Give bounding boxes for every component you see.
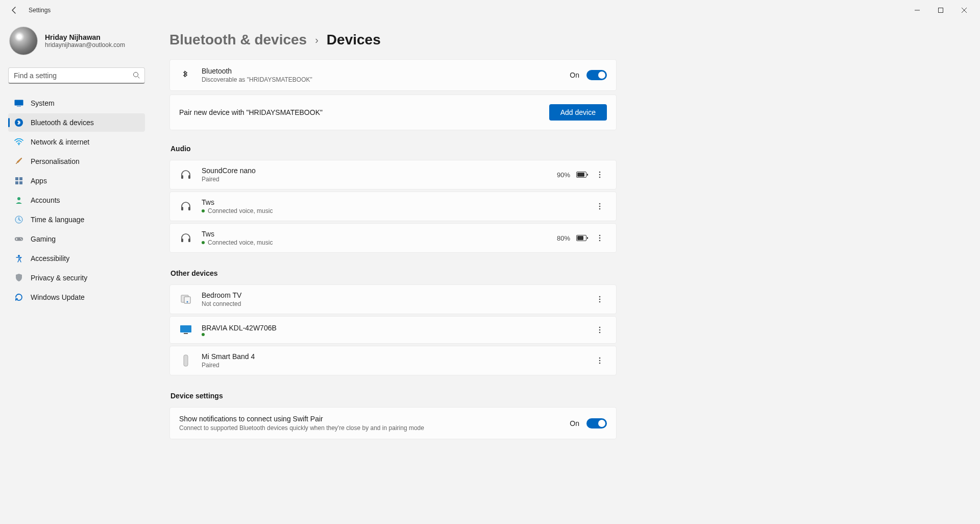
other-device-row[interactable]: Bedroom TV Not connected [169,284,617,314]
device-more-button[interactable] [593,323,607,337]
section-settings: Device settings [170,392,617,400]
device-more-button[interactable] [593,168,607,182]
time-icon [14,215,23,224]
device-name: Mi Smart Band 4 [202,352,255,361]
audio-device-row[interactable]: Tws Connected voice, music 80% [169,223,617,253]
svg-point-30 [599,240,601,242]
svg-point-41 [599,332,601,334]
window-controls [905,2,976,18]
device-status: Connected voice, music [208,239,273,246]
sidebar-item-account[interactable]: Accounts [8,191,145,209]
bluetooth-icon [179,70,191,80]
breadcrumb-current: Devices [327,32,381,48]
sidebar-item-label: Personalisation [31,157,80,165]
back-button[interactable] [6,2,22,18]
sidebar-item-label: Privacy & security [31,274,87,282]
headphones-icon [179,168,192,181]
breadcrumb: Bluetooth & devices › Devices [169,32,980,48]
close-button[interactable] [952,2,976,18]
sidebar-item-system[interactable]: System [8,94,145,112]
svg-rect-21 [181,207,183,210]
battery-percent: 90% [557,171,570,179]
sidebar-item-time[interactable]: Time & language [8,210,145,229]
search-icon [133,72,140,81]
sidebar: Hriday Nijhawan hridaynijhawan@outlook.c… [0,20,153,524]
sidebar-item-privacy[interactable]: Privacy & security [8,269,145,287]
avatar [9,27,38,55]
bluetooth-toggle[interactable] [586,70,607,80]
sidebar-item-label: Bluetooth & devices [31,118,94,127]
svg-rect-9 [19,181,22,184]
svg-point-40 [599,329,601,331]
svg-point-23 [599,203,601,205]
device-more-button[interactable] [593,199,607,213]
device-icon [179,293,192,306]
minimize-button[interactable] [905,2,929,18]
sidebar-item-wifi[interactable]: Network & internet [8,133,145,151]
device-status: Paired [202,176,256,183]
svg-point-44 [599,360,601,362]
battery-icon [576,172,586,178]
headphones-icon [179,231,192,245]
breadcrumb-parent[interactable]: Bluetooth & devices [169,32,307,48]
audio-device-row[interactable]: SoundCore nano Paired 90% [169,160,617,189]
sidebar-item-label: Gaming [31,235,56,243]
svg-point-20 [599,177,601,178]
sidebar-item-apps[interactable]: Apps [8,172,145,190]
svg-point-35 [599,299,601,300]
chevron-right-icon: › [315,34,318,46]
bluetooth-toggle-label: On [570,71,579,79]
svg-point-13 [20,238,21,239]
sidebar-item-label: Accessibility [31,254,69,263]
app-title: Settings [29,7,51,14]
device-more-button[interactable] [593,231,607,245]
svg-point-5 [18,144,19,145]
device-name: Bedroom TV [202,291,241,299]
sidebar-item-label: System [31,99,55,107]
device-more-button[interactable] [593,353,607,368]
brush-icon [14,157,23,166]
battery-icon [576,235,586,241]
privacy-icon [14,273,23,282]
search-input[interactable] [8,67,145,84]
section-other: Other devices [170,269,617,277]
account-icon [14,196,23,205]
svg-point-34 [599,296,601,298]
swift-title: Show notifications to connect using Swif… [179,415,424,423]
main: Bluetooth & devices › Devices Bluetooth … [153,20,980,524]
add-device-button[interactable]: Add device [549,104,607,121]
svg-rect-38 [184,333,188,334]
svg-point-14 [21,239,22,240]
sidebar-item-update[interactable]: Windows Update [8,288,145,306]
bluetooth-icon [14,118,23,127]
monitor-icon [179,323,192,337]
other-device-row[interactable]: Mi Smart Band 4 Paired [169,346,617,375]
gaming-icon [14,234,23,244]
svg-point-10 [17,197,20,200]
svg-rect-3 [17,106,21,107]
maximize-button[interactable] [929,2,952,18]
sidebar-item-gaming[interactable]: Gaming [8,230,145,248]
swift-toggle-label: On [570,419,579,427]
profile-block[interactable]: Hriday Nijhawan hridaynijhawan@outlook.c… [8,25,145,67]
audio-device-row[interactable]: Tws Connected voice, music [169,192,617,221]
connected-dot-icon [202,209,205,212]
device-more-button[interactable] [593,292,607,306]
svg-point-24 [599,206,601,207]
swift-toggle[interactable] [586,418,607,428]
sidebar-item-label: Accounts [31,196,60,204]
sidebar-item-accessibility[interactable]: Accessibility [8,249,145,268]
wifi-icon [14,137,23,147]
svg-rect-37 [180,325,191,332]
svg-rect-27 [188,239,190,242]
other-device-row[interactable]: BRAVIA KDL-42W706B [169,316,617,344]
svg-point-45 [599,363,601,364]
accessibility-icon [14,254,23,263]
svg-rect-8 [15,181,18,184]
sidebar-item-bluetooth[interactable]: Bluetooth & devices [8,113,145,132]
svg-rect-16 [181,175,183,179]
profile-email: hridaynijhawan@outlook.com [45,41,125,49]
search-wrap [8,67,145,84]
device-name: Tws [202,198,273,206]
sidebar-item-brush[interactable]: Personalisation [8,152,145,171]
